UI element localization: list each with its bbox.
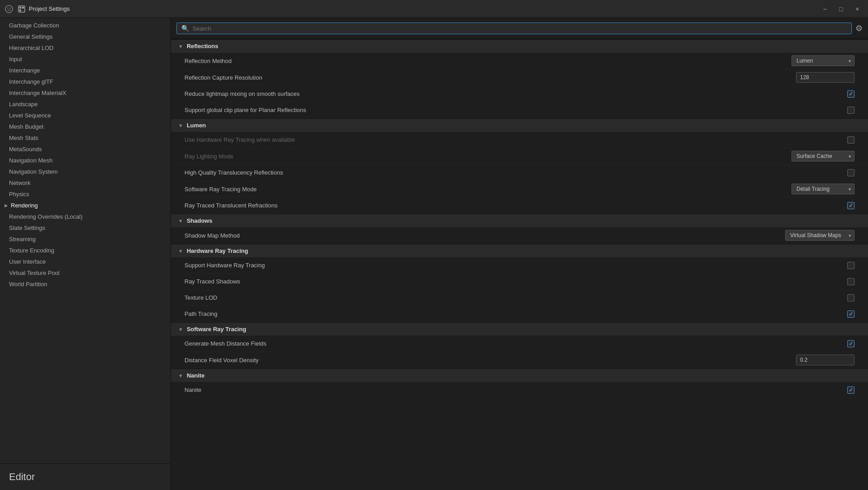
window-icon	[17, 4, 26, 13]
dropdown-ray-lighting-mode[interactable]: Surface CacheHit LightingDetail Tracing	[792, 151, 855, 162]
checkbox-support-global-clip-plane[interactable]	[847, 107, 855, 114]
sidebar-item-navigation-mesh[interactable]: Navigation Mesh	[0, 155, 171, 166]
window-controls: − □ ×	[819, 3, 864, 15]
section-title: Hardware Ray Tracing	[187, 247, 248, 254]
checkbox-texture-lod[interactable]	[847, 294, 855, 301]
sidebar-item-world-partition[interactable]: World Partition	[0, 279, 171, 290]
setting-row-generate-mesh-distance-fields: Generate Mesh Distance Fields✓	[171, 336, 868, 352]
checkbox-support-hardware-ray-tracing[interactable]	[847, 262, 855, 269]
section-collapse-arrow: ▼	[178, 44, 183, 49]
minimize-button[interactable]: −	[819, 3, 831, 15]
section-header-lumen[interactable]: ▼Lumen	[171, 118, 868, 132]
sidebar-item-label: Virtual Texture Pool	[9, 270, 59, 276]
sidebar-item-interchange-gltf[interactable]: Interchange glTF	[0, 76, 171, 87]
sidebar-item-label: Slate Settings	[9, 225, 45, 231]
sidebar-item-interchange[interactable]: Interchange	[0, 65, 171, 76]
section-title: Reflections	[187, 43, 218, 49]
sidebar-item-label: Input	[9, 56, 22, 63]
sidebar-item-streaming[interactable]: Streaming	[0, 234, 171, 245]
checkbox-nanite[interactable]: ✓	[847, 387, 855, 394]
setting-control-ray-traced-translucent-refractions: ✓	[847, 202, 855, 209]
setting-control-reduce-lightmap-mixing: ✓	[847, 90, 855, 98]
dropdown-shadow-map-method[interactable]: Virtual Shadow MapsShadow Maps	[785, 230, 855, 241]
number-input-distance-field-voxel-density[interactable]	[796, 355, 855, 365]
sidebar-item-label: Streaming	[9, 236, 36, 243]
setting-control-path-tracing: ✓	[847, 310, 855, 318]
setting-control-texture-lod	[847, 294, 855, 301]
setting-row-ray-traced-shadows: Ray Traced Shadows	[171, 274, 868, 290]
sidebar-item-label: World Partition	[9, 281, 47, 288]
sidebar-item-garbage-collection[interactable]: Garbage Collection	[0, 20, 171, 31]
close-button[interactable]: ×	[851, 3, 864, 15]
setting-row-distance-field-voxel-density: Distance Field Voxel Density	[171, 352, 868, 369]
maximize-button[interactable]: □	[835, 3, 847, 15]
checkmark-icon: ✓	[849, 387, 853, 393]
checkbox-use-hardware-ray-tracing[interactable]	[847, 136, 855, 144]
setting-control-support-global-clip-plane	[847, 107, 855, 114]
setting-control-ray-traced-shadows	[847, 278, 855, 285]
sidebar-item-arrow: ▶	[4, 203, 8, 208]
sidebar-item-slate-settings[interactable]: Slate Settings	[0, 222, 171, 234]
section-collapse-arrow: ▼	[178, 248, 183, 254]
section-header-software-ray-tracing[interactable]: ▼Software Ray Tracing	[171, 322, 868, 336]
dropdown-software-ray-tracing-mode[interactable]: Detail TracingGlobal Tracing	[792, 184, 855, 194]
sidebar-item-mesh-budget[interactable]: Mesh Budget	[0, 121, 171, 132]
sidebar-item-label: Navigation Mesh	[9, 157, 53, 164]
sidebar-item-label: General Settings	[9, 33, 53, 40]
sidebar-item-label: Mesh Stats	[9, 135, 38, 141]
sidebar-item-input[interactable]: Input	[0, 54, 171, 65]
section-header-hardware-ray-tracing[interactable]: ▼Hardware Ray Tracing	[171, 244, 868, 257]
title-bar: U Project Settings − □ ×	[0, 0, 868, 18]
svg-rect-4	[22, 7, 24, 9]
section-title: Software Ray Tracing	[187, 326, 246, 333]
setting-control-generate-mesh-distance-fields: ✓	[847, 340, 855, 347]
section-collapse-arrow: ▼	[178, 218, 183, 224]
sidebar-item-rendering-overrides[interactable]: Rendering Overrides (Local)	[0, 211, 171, 222]
setting-label: Support Hardware Ray Tracing	[184, 262, 847, 269]
checkbox-ray-traced-translucent-refractions[interactable]: ✓	[847, 202, 855, 209]
setting-label: Texture LOD	[184, 294, 847, 301]
sidebar-item-mesh-stats[interactable]: Mesh Stats	[0, 132, 171, 144]
sidebar-item-user-interface[interactable]: User Interface	[0, 256, 171, 267]
setting-control-software-ray-tracing-mode: Detail TracingGlobal Tracing▾	[792, 184, 855, 194]
sidebar-item-physics[interactable]: Physics	[0, 189, 171, 200]
search-input[interactable]	[193, 25, 847, 32]
checkbox-generate-mesh-distance-fields[interactable]: ✓	[847, 340, 855, 347]
section-header-nanite[interactable]: ▼Nanite	[171, 369, 868, 382]
dropdown-reflection-method[interactable]: LumenScreen SpaceNone	[792, 55, 855, 66]
sidebar-item-level-sequence[interactable]: Level Sequence	[0, 110, 171, 121]
setting-label: Ray Traced Translucent Refractions	[184, 202, 847, 209]
sidebar-item-label: Rendering	[11, 202, 38, 209]
setting-label: Ray Lighting Mode	[184, 153, 792, 160]
sidebar-item-network[interactable]: Network	[0, 177, 171, 189]
checkbox-high-quality-translucency-reflections[interactable]	[847, 169, 855, 176]
sidebar-item-interchange-materialx[interactable]: Interchange MaterialX	[0, 87, 171, 99]
dropdown-wrapper: Virtual Shadow MapsShadow Maps▾	[785, 230, 855, 241]
number-input-reflection-capture-resolution[interactable]	[796, 72, 855, 83]
setting-row-support-global-clip-plane: Support global clip plane for Planar Ref…	[171, 102, 868, 118]
search-settings-button[interactable]: ⚙	[855, 23, 863, 33]
checkmark-icon: ✓	[849, 202, 853, 209]
svg-text:U: U	[7, 7, 10, 12]
sidebar-item-navigation-system[interactable]: Navigation System	[0, 166, 171, 177]
checkbox-reduce-lightmap-mixing[interactable]: ✓	[847, 90, 855, 98]
setting-row-software-ray-tracing-mode: Software Ray Tracing ModeDetail TracingG…	[171, 181, 868, 198]
search-icon: 🔍	[181, 25, 189, 32]
sidebar-item-general-settings[interactable]: General Settings	[0, 31, 171, 42]
search-bar: 🔍 ⚙	[171, 18, 868, 39]
sidebar-item-landscape[interactable]: Landscape	[0, 99, 171, 110]
setting-row-reflection-capture-resolution: Reflection Capture Resolution	[171, 69, 868, 86]
setting-label: Reflection Capture Resolution	[184, 74, 796, 81]
checkbox-path-tracing[interactable]: ✓	[847, 310, 855, 318]
window-title: Project Settings	[29, 5, 819, 12]
section-header-shadows[interactable]: ▼Shadows	[171, 214, 868, 227]
setting-row-ray-lighting-mode: Ray Lighting ModeSurface CacheHit Lighti…	[171, 148, 868, 165]
sidebar-item-rendering[interactable]: ▶Rendering	[0, 200, 171, 211]
sidebar-item-texture-encoding[interactable]: Texture Encoding	[0, 245, 171, 256]
sidebar-item-virtual-texture-pool[interactable]: Virtual Texture Pool	[0, 267, 171, 279]
sidebar-item-metasounds[interactable]: MetaSounds	[0, 144, 171, 155]
section-header-reflections[interactable]: ▼Reflections	[171, 39, 868, 53]
checkbox-ray-traced-shadows[interactable]	[847, 278, 855, 285]
sidebar-item-hierarchical-lod[interactable]: Hierarchical LOD	[0, 42, 171, 54]
setting-control-support-hardware-ray-tracing	[847, 262, 855, 269]
